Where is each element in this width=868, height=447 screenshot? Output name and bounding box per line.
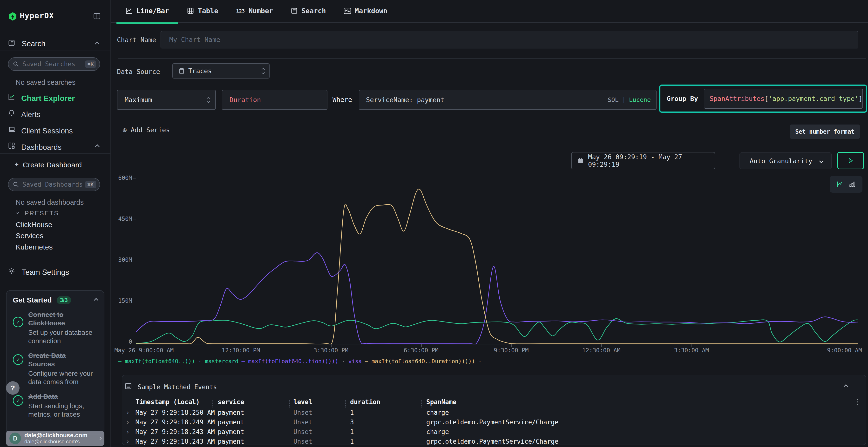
where-input[interactable]: ServiceName: payment SQL | Lucene [359, 90, 656, 110]
column-resize-handle[interactable] [289, 400, 290, 408]
row-expander-icon[interactable]: › [126, 409, 130, 416]
column-header[interactable]: level [293, 398, 312, 406]
saved-dashboards-input[interactable]: Saved Dashboards ⌘K [8, 178, 100, 191]
sidebar-collapse-icon[interactable] [93, 12, 101, 20]
get-started-item[interactable]: ✓ Connect to ClickHouse Set up your data… [13, 310, 98, 345]
tab-line-bar[interactable]: Line/Bar [117, 0, 178, 23]
dashboards-collapse-chevron-icon[interactable] [95, 144, 99, 148]
sidebar-item-team-settings[interactable]: Team Settings [22, 268, 69, 277]
sidebar-item-alerts[interactable]: Alerts [21, 110, 40, 119]
cell-timestamp: May 27 9:29:18.243 AM [135, 428, 215, 436]
y-axis-label: 600M [111, 175, 132, 181]
column-resize-handle[interactable] [421, 400, 422, 408]
row-expander-icon[interactable]: › [126, 419, 130, 426]
x-axis-tick [421, 344, 422, 347]
database-icon [179, 68, 184, 74]
sidebar-item-dashboards[interactable]: Dashboards [21, 143, 61, 152]
column-header[interactable]: Timestamp (Local) [135, 398, 199, 406]
preset-clickhouse[interactable]: ClickHouse [16, 220, 52, 229]
y-axis-label: 300M [111, 256, 132, 263]
granularity-select[interactable]: Auto Granularity [740, 152, 832, 169]
preset-services[interactable]: Services [16, 232, 43, 240]
hyperdx-logo-icon [8, 11, 18, 22]
legend-entry[interactable]: — maxIf(toFloat64O..))) · mastercard [118, 358, 239, 365]
cell-spanname: charge [426, 428, 449, 436]
aggregation-select[interactable]: Maximum [117, 90, 216, 110]
cell-service: payment [218, 428, 244, 436]
cell-duration: 1 [350, 409, 354, 416]
sidebar-item-client-sessions[interactable]: Client Sessions [21, 127, 73, 135]
column-resize-handle[interactable] [345, 400, 346, 408]
get-started-item[interactable]: ✓ Add Data Start sending logs, metrics, … [13, 392, 98, 419]
lucene-toggle[interactable]: Lucene [629, 96, 651, 103]
legend-entry[interactable]: — maxIf(toFloat64O..Duration))))) · [365, 358, 482, 365]
tab-label: Search [301, 7, 326, 15]
group-by-highlight-box: Group By SpanAttributes['app.payment.car… [659, 84, 867, 113]
saved-searches-input[interactable]: Saved Searches ⌘K [8, 57, 100, 71]
column-resize-handle[interactable] [212, 400, 213, 408]
no-saved-dashboards-text: No saved dashboards [16, 199, 84, 206]
help-button[interactable]: ? [6, 381, 20, 395]
cell-spanname: grpc.oteldemo.PaymentService/Charge [426, 438, 558, 445]
search-section-icon [8, 39, 15, 46]
legend-entry[interactable]: — maxIf(toFloat64O..tion))))) · visa [242, 358, 362, 365]
column-header[interactable]: service [218, 398, 244, 406]
get-started-collapse-chevron-icon[interactable] [94, 298, 98, 302]
column-header[interactable]: duration [350, 398, 380, 406]
data-source-select[interactable]: Traces [173, 63, 270, 78]
cell-service: payment [218, 419, 244, 426]
table-row[interactable]: › May 27 9:29:18.243 AM payment Unset 1 … [122, 428, 866, 438]
column-header[interactable]: SpanName [426, 398, 457, 406]
saved-searches-placeholder: Saved Searches [23, 61, 85, 68]
cell-duration: 1 [350, 438, 354, 445]
get-started-item-title: Connect to ClickHouse [28, 311, 65, 327]
chart-legend: — maxIf(toFloat64O..))) · mastercard — m… [118, 358, 482, 365]
group-by-input[interactable]: SpanAttributes['app.payment.card_type'] [704, 89, 863, 109]
field-value: Duration [229, 96, 261, 104]
plus-circle-icon: ⊕ [123, 126, 127, 134]
timeseries-chart[interactable] [136, 178, 858, 344]
row-expander-icon[interactable]: › [126, 438, 130, 445]
field-input[interactable]: Duration [222, 90, 328, 110]
sidebar-item-chart-explorer[interactable]: Chart Explorer [21, 94, 75, 103]
sql-toggle[interactable]: SQL [608, 96, 618, 103]
create-dashboard-button[interactable]: Create Dashboard [23, 161, 82, 169]
presets-chevron-icon[interactable] [16, 211, 19, 214]
table-row[interactable]: › May 27 9:29:18.250 AM payment Unset 1 … [122, 409, 866, 419]
chart-name-label: Chart Name [117, 36, 156, 44]
get-started-item[interactable]: ✓ Create Data Sources Configure where yo… [13, 351, 98, 386]
table-row[interactable]: › May 27 9:29:18.243 AM payment Unset 1 … [122, 438, 866, 445]
row-expander-icon[interactable]: › [126, 428, 130, 436]
set-number-format-button[interactable]: Set number format [790, 125, 860, 139]
x-axis-tick [241, 344, 241, 347]
kebab-menu-icon[interactable]: ⋮ [854, 398, 861, 406]
cell-level: Unset [293, 419, 312, 426]
group-by-open-bracket: [ [765, 95, 768, 102]
run-query-button[interactable] [837, 152, 864, 169]
presets-label[interactable]: PRESETS [25, 209, 59, 217]
sidebar-item-search[interactable]: Search [22, 39, 45, 48]
table-row[interactable]: › May 27 9:29:18.249 AM payment Unset 3 … [122, 419, 866, 428]
add-series-button[interactable]: ⊕ Add Series [123, 126, 170, 134]
get-started-item-desc: Set up your database connection [28, 328, 94, 345]
chart-name-input[interactable] [161, 31, 858, 48]
tab-table[interactable]: Table [178, 0, 227, 23]
search-list-icon [291, 7, 298, 14]
user-subtitle: dale@clickhouse.com's [24, 439, 95, 445]
cell-duration: 1 [350, 428, 354, 436]
search-collapse-chevron-icon[interactable] [95, 42, 99, 46]
cell-duration: 3 [350, 419, 354, 426]
date-range-picker[interactable]: May 26 09:29:19 - May 27 09:29:19 [571, 152, 715, 169]
cell-level: Unset [293, 428, 312, 436]
tab-label: Markdown [355, 7, 388, 15]
x-axis-tick [136, 344, 136, 347]
events-collapse-chevron-icon[interactable] [844, 384, 848, 388]
check-circle-icon: ✓ [13, 317, 23, 327]
preset-kubernetes[interactable]: Kubernetes [16, 243, 53, 251]
tab-markdown[interactable]: Markdown [335, 0, 396, 23]
tab-number[interactable]: 123 Number [227, 0, 282, 23]
search-icon [13, 61, 19, 67]
tab-search[interactable]: Search [282, 0, 335, 23]
user-menu[interactable]: D dale@clickhouse.com dale@clickhouse.co… [6, 431, 104, 446]
chart-type-tabbar: Line/Bar Table 123 Number Search Markdow… [111, 0, 868, 23]
